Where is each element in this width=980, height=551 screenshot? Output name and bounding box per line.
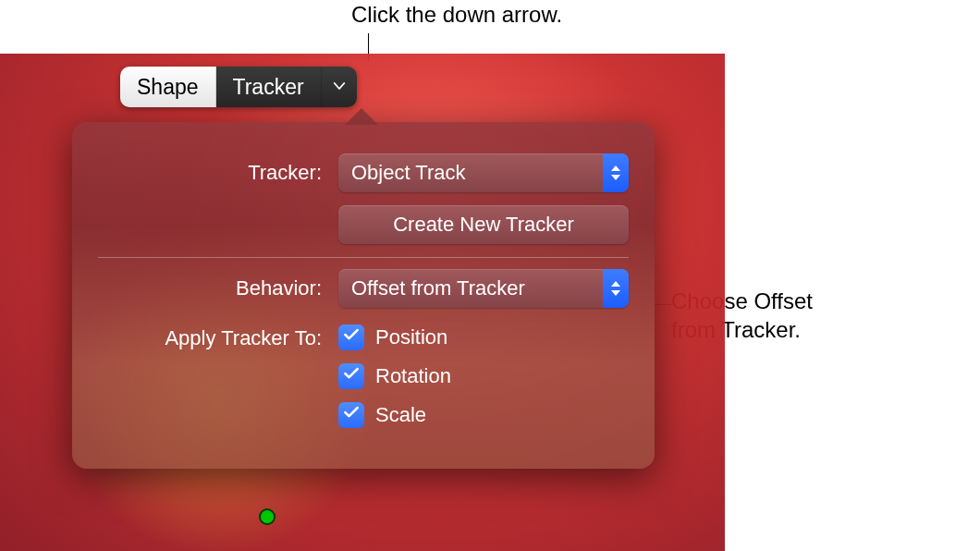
rotation-checkbox-label: Rotation [375, 364, 451, 388]
apply-tracker-checkboxes: Position Rotation Scale [338, 324, 451, 428]
create-new-tracker-button[interactable]: Create New Tracker [338, 205, 629, 244]
shape-tab[interactable]: Shape [120, 67, 216, 107]
popover-arrow [345, 108, 378, 125]
tracker-label: Tracker: [98, 161, 338, 185]
scale-checkbox-label: Scale [375, 403, 426, 427]
dropdown-stepper-icon [603, 269, 629, 308]
onscreen-toolbar: Shape Tracker [120, 67, 357, 107]
dropdown-stepper-icon [603, 153, 629, 192]
create-tracker-row: Create New Tracker [98, 205, 629, 244]
checkmark-icon [342, 364, 361, 388]
popover-disclosure-button[interactable] [322, 67, 357, 107]
behavior-row: Behavior: Offset from Tracker [98, 269, 629, 308]
scale-checkbox-row: Scale [338, 402, 451, 428]
apply-tracker-to-label: Apply Tracker To: [98, 324, 338, 350]
position-checkbox[interactable] [338, 324, 364, 350]
tracker-popover: Tracker: Object Track Create New Tracker… [72, 122, 655, 469]
checkmark-icon [342, 403, 361, 427]
chevron-down-icon [331, 75, 348, 100]
tracker-marker[interactable] [259, 508, 276, 525]
checkmark-icon [342, 325, 361, 349]
behavior-dropdown-value: Offset from Tracker [351, 276, 525, 300]
scale-checkbox[interactable] [338, 402, 364, 428]
behavior-label: Behavior: [98, 276, 338, 300]
rotation-checkbox[interactable] [338, 363, 364, 389]
tracker-tab[interactable]: Tracker [216, 67, 322, 107]
tracker-dropdown[interactable]: Object Track [338, 153, 629, 192]
position-checkbox-label: Position [375, 325, 447, 349]
tracker-dropdown-value: Object Track [351, 161, 465, 185]
tracker-row: Tracker: Object Track [98, 153, 629, 192]
position-checkbox-row: Position [338, 324, 451, 350]
rotation-checkbox-row: Rotation [338, 363, 451, 389]
popover-divider [98, 257, 629, 258]
callout-top: Click the down arrow. [351, 2, 562, 28]
apply-tracker-to-row: Apply Tracker To: Position Rotation Scal… [98, 324, 629, 428]
behavior-dropdown[interactable]: Offset from Tracker [338, 269, 629, 308]
